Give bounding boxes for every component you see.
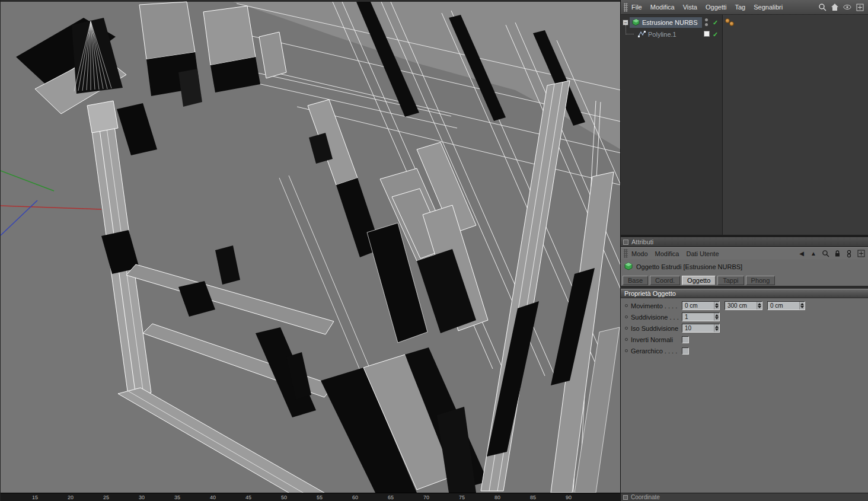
tab-base[interactable]: Base xyxy=(623,276,648,285)
eye-icon[interactable] xyxy=(843,2,852,12)
checkbox-inverti-normali[interactable] xyxy=(682,336,689,343)
spinner-up-icon[interactable] xyxy=(758,303,761,305)
attribute-fields: Movimento . . . .0 cm300 cm0 cmSuddivisi… xyxy=(621,298,868,356)
ruler-number: 75 xyxy=(454,494,470,500)
editor-visibility-dot[interactable] xyxy=(705,18,708,21)
panel-grip-icon[interactable] xyxy=(624,3,628,12)
ruler-number: 60 xyxy=(347,494,363,500)
parameter-bullet xyxy=(625,349,628,352)
spinner-up-icon[interactable] xyxy=(800,303,804,305)
tab-phong[interactable]: Phong xyxy=(746,276,776,285)
tree-row-polyline[interactable]: Polyline.1 ✓ xyxy=(621,28,868,40)
new-panel-icon[interactable] xyxy=(856,249,866,259)
selected-object-row[interactable]: Estrusione NURBS xyxy=(630,17,702,28)
spinner-down-icon[interactable] xyxy=(758,306,761,308)
input-suddivisione[interactable]: 1 xyxy=(682,312,720,321)
om-menu-tag[interactable]: Tag xyxy=(735,4,745,11)
phong-tag-icon[interactable] xyxy=(729,21,734,26)
object-name[interactable]: Polyline.1 xyxy=(648,31,676,38)
parameter-bullet xyxy=(625,338,628,341)
panel-icon xyxy=(623,495,628,500)
ruler-number: 30 xyxy=(134,494,149,500)
attr-menu-dati-utente[interactable]: Dati Utente xyxy=(687,250,719,257)
field-suddivisione: Suddivisione . . .1 xyxy=(621,311,868,323)
spinner-down-icon[interactable] xyxy=(715,328,719,331)
home-icon[interactable] xyxy=(830,2,840,12)
ruler-number: 65 xyxy=(383,494,398,500)
attributes-toolbar: ModoModificaDati Utente ◀ ▲ xyxy=(621,247,868,259)
add-panel-icon[interactable] xyxy=(855,2,864,12)
om-menu-vista[interactable]: Vista xyxy=(683,4,697,11)
spinner-arrows[interactable] xyxy=(757,302,762,309)
panel-icon xyxy=(623,240,628,245)
field-value[interactable]: 0 cm xyxy=(682,302,714,309)
attributes-menu: ModoModificaDati Utente xyxy=(631,250,719,257)
panel-grip-icon[interactable] xyxy=(624,249,628,258)
attribute-tabs: BaseCoord.OggettoTappiPhong xyxy=(621,274,868,286)
search-icon[interactable] xyxy=(821,249,830,259)
tab-oggetto[interactable]: Oggetto xyxy=(682,276,716,285)
section-title: Proprietà Oggetto xyxy=(624,290,676,297)
spinner-up-icon[interactable] xyxy=(715,326,719,328)
coordinates-panel-header[interactable]: Coordinate xyxy=(621,493,868,501)
tab-coord[interactable]: Coord. xyxy=(650,276,680,285)
field-movimento: Movimento . . . .0 cm300 cm0 cm xyxy=(621,300,868,311)
checkbox-gerarchico[interactable] xyxy=(682,347,689,355)
om-menu-modifica[interactable]: Modifica xyxy=(650,4,675,11)
spinner-down-icon[interactable] xyxy=(715,317,719,320)
parameter-bullet xyxy=(625,327,628,330)
ruler-number: 20 xyxy=(63,494,78,500)
field-label: Movimento . . . . xyxy=(631,302,682,309)
search-icon[interactable] xyxy=(818,2,827,12)
viewport-ruler[interactable]: 15202530354045505560657075808590 xyxy=(1,493,621,501)
attributes-panel-title: Attributi xyxy=(631,238,653,245)
attributes-panel-header[interactable]: Attributi xyxy=(621,237,868,247)
field-label: Gerarchico . . . . xyxy=(631,347,682,355)
ruler-number: 55 xyxy=(312,494,327,500)
om-menu-oggetti[interactable]: Oggetti xyxy=(706,4,726,11)
spinner-arrows[interactable] xyxy=(799,302,805,309)
up-arrow-icon[interactable]: ▲ xyxy=(809,249,818,259)
spinner-down-icon[interactable] xyxy=(715,306,719,308)
input-movimento[interactable]: 0 cm xyxy=(682,301,720,310)
back-arrow-icon[interactable]: ◀ xyxy=(797,249,806,259)
spline-icon xyxy=(637,30,646,39)
field-value[interactable]: 10 xyxy=(682,324,714,332)
object-name[interactable]: Estrusione NURBS xyxy=(642,19,698,26)
enabled-check-icon[interactable]: ✓ xyxy=(713,31,718,37)
input-movimento[interactable]: 300 cm xyxy=(725,301,762,310)
ruler-number: 80 xyxy=(490,494,505,500)
visibility-override-swatch[interactable] xyxy=(704,31,710,37)
field-value[interactable]: 1 xyxy=(682,313,714,321)
spinner-down-icon[interactable] xyxy=(800,306,804,308)
history-icon[interactable] xyxy=(844,249,854,259)
render-visibility-dot[interactable] xyxy=(705,23,708,26)
tab-tappi[interactable]: Tappi xyxy=(717,276,743,285)
om-menu-segnalibri[interactable]: Segnalibri xyxy=(754,4,783,11)
spinner-up-icon[interactable] xyxy=(715,303,719,305)
spinner-up-icon[interactable] xyxy=(715,314,719,317)
ruler-number: 85 xyxy=(525,494,541,500)
viewport-canvas[interactable] xyxy=(1,0,621,493)
lock-icon[interactable] xyxy=(832,249,842,259)
ruler-number: 45 xyxy=(241,494,256,500)
viewport-3d[interactable]: 15202530354045505560657075808590 xyxy=(0,0,620,501)
field-label: Inverti Normali xyxy=(631,336,682,343)
tree-row-estrusione-nurbs[interactable]: − Estrusione NURBS ✓ xyxy=(621,17,868,28)
spinner-arrows[interactable] xyxy=(714,313,719,321)
attribute-object-title-row: Oggetto Estrudi [Estrusione NURBS] xyxy=(621,259,868,274)
section-header[interactable]: Proprietà Oggetto xyxy=(621,289,868,298)
attr-menu-modifica[interactable]: Modifica xyxy=(655,250,679,257)
spinner-arrows[interactable] xyxy=(714,302,719,309)
om-menu-file[interactable]: File xyxy=(631,4,642,11)
tree-connector xyxy=(626,25,634,34)
input-iso-suddivisione[interactable]: 10 xyxy=(682,324,720,333)
parameter-bullet xyxy=(625,304,628,307)
attr-menu-modo[interactable]: Modo xyxy=(631,250,648,257)
input-movimento[interactable]: 0 cm xyxy=(767,301,805,310)
field-gerarchico: Gerarchico . . . . xyxy=(621,345,868,356)
enabled-check-icon[interactable]: ✓ xyxy=(713,20,718,25)
field-value[interactable]: 0 cm xyxy=(768,302,799,309)
spinner-arrows[interactable] xyxy=(714,324,719,332)
field-value[interactable]: 300 cm xyxy=(725,302,757,309)
